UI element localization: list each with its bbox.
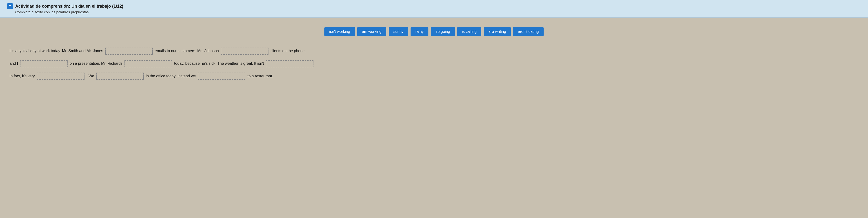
line1-text-end: clients on the phone, <box>270 49 306 53</box>
line1-text-mid: emails to our customers. Ms. Johnson <box>155 49 219 53</box>
word-bank: isn't workingam workingsunnyrainy're goi… <box>9 27 859 36</box>
blank-6[interactable] <box>37 72 85 80</box>
blank-3[interactable] <box>20 60 68 67</box>
line3-text-end: to a restaurant. <box>248 74 273 78</box>
main-content: isn't workingam workingsunnyrainy're goi… <box>0 18 868 90</box>
word-chip[interactable]: 're going <box>431 27 455 36</box>
blank-1[interactable] <box>105 48 153 55</box>
line1-text-start: It's a typical day at work today. Mr. Sm… <box>9 49 103 53</box>
word-chip[interactable]: aren't eating <box>513 27 544 36</box>
header: ? Actividad de comprensión: Un día en el… <box>0 0 868 18</box>
word-chip[interactable]: is calling <box>457 27 481 36</box>
word-chip[interactable]: isn't working <box>324 27 355 36</box>
exercise-line-1: It's a typical day at work today. Mr. Sm… <box>9 46 859 56</box>
line3-text-mid2: in the office today. Instead we <box>146 74 196 78</box>
word-chip[interactable]: rainy <box>410 27 428 36</box>
word-chip[interactable]: sunny <box>389 27 408 36</box>
blank-4[interactable] <box>124 60 172 67</box>
line3-text-start: In fact, it's very <box>9 74 35 78</box>
line3-text-mid: . We <box>86 74 94 78</box>
blank-5[interactable] <box>266 60 313 67</box>
line2-text-start: and I <box>9 61 18 65</box>
line2-text-mid: on a presentation. Mr. Richards <box>70 61 123 65</box>
blank-8[interactable] <box>198 72 245 80</box>
exercise-area: It's a typical day at work today. Mr. Sm… <box>9 46 859 82</box>
exercise-line-3: In fact, it's very . We in the office to… <box>9 71 859 82</box>
line2-text-end: today, because he's sick. The weather is… <box>174 61 264 65</box>
activity-subtitle: Completa el texto con las palabras propu… <box>15 10 861 14</box>
word-chip[interactable]: am working <box>357 27 386 36</box>
word-chip[interactable]: are writing <box>484 27 511 36</box>
blank-2[interactable] <box>221 48 269 55</box>
blank-7[interactable] <box>96 72 144 80</box>
activity-title: Actividad de comprensión: Un día en el t… <box>15 4 123 9</box>
question-badge: ? <box>7 3 13 9</box>
exercise-line-2: and I on a presentation. Mr. Richards to… <box>9 58 859 69</box>
